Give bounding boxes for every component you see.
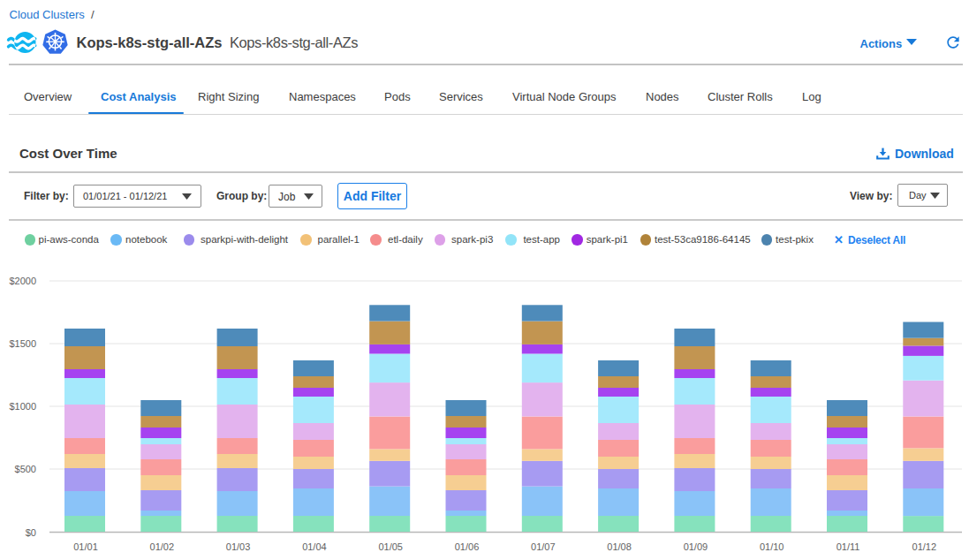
svg-text:01/04: 01/04 xyxy=(302,541,327,552)
svg-text:01/01: 01/01 xyxy=(73,541,98,552)
svg-text:$0: $0 xyxy=(26,527,36,538)
svg-text:$1500: $1500 xyxy=(9,338,36,349)
svg-text:01/11: 01/11 xyxy=(837,541,860,552)
svg-text:01/05: 01/05 xyxy=(378,541,403,552)
svg-text:01/03: 01/03 xyxy=(226,541,251,552)
svg-text:01/10: 01/10 xyxy=(760,541,784,552)
svg-text:01/02: 01/02 xyxy=(150,541,175,552)
svg-text:01/07: 01/07 xyxy=(531,541,556,552)
svg-text:$2000: $2000 xyxy=(9,276,36,286)
svg-text:01/12: 01/12 xyxy=(912,541,937,552)
svg-text:01/08: 01/08 xyxy=(607,541,632,552)
svg-text:01/06: 01/06 xyxy=(455,541,480,552)
svg-text:$1000: $1000 xyxy=(9,401,36,412)
svg-text:$500: $500 xyxy=(15,464,36,474)
svg-text:01/09: 01/09 xyxy=(684,541,708,552)
